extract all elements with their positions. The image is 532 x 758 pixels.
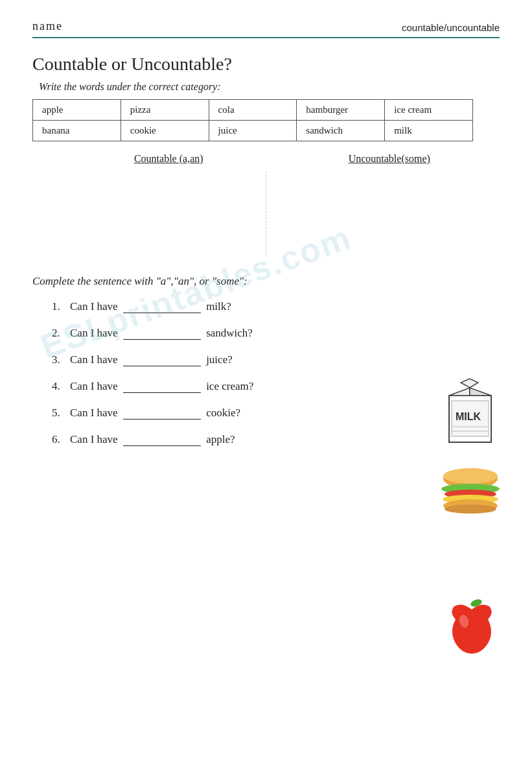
question-5: 5. Can I have cookie? [52,406,500,420]
uncountable-write-area [266,171,500,255]
word-sandwich: sandwich [297,121,385,141]
q2-after: sandwich? [206,327,253,339]
q5-before: Can I have [70,407,118,419]
q1-after: milk? [206,300,231,313]
header: name countable/uncountable [32,19,500,38]
q3-after: juice? [206,353,233,366]
header-topic-label: countable/uncountable [402,22,500,33]
question-6: 6. Can I have apple? [52,432,500,446]
q4-number: 4. [52,380,70,393]
q6-after: apple? [206,433,235,445]
question-3: 3. Can I have juice? [52,353,500,366]
table-row-2: banana cookie juice sandwich milk [33,121,473,141]
page-title: Countable or Uncountable? [32,54,500,75]
q3-before: Can I have [70,353,118,366]
category-write-area [32,171,500,255]
q3-blank[interactable] [123,353,201,366]
sandwich-icon [438,467,503,522]
q1-blank[interactable] [123,300,201,313]
table-row-1: apple pizza cola hamburger ice cream [33,100,473,121]
q6-number: 6. [52,433,70,446]
word-cookie: cookie [121,121,209,141]
questions-list: 1. Can I have milk? 2. Can I have sandwi… [52,300,500,446]
word-apple: apple [33,100,121,121]
q6-blank[interactable] [123,432,201,446]
svg-marker-2 [470,388,491,396]
category-countable-label: Countable (a,an) [32,153,279,165]
apple-icon [443,597,501,661]
svg-marker-3 [461,379,478,388]
instruction-2: Complete the sentence with "a","an", or … [32,275,500,288]
q6-text: Can I have apple? [70,432,235,446]
q3-text: Can I have juice? [70,353,233,366]
word-banana: banana [33,121,121,141]
question-4: 4. Can I have ice cream? [52,379,500,393]
q4-after: ice cream? [206,380,253,392]
instruction-1: Write the words under the correct catego… [39,81,500,93]
categories-header: Countable (a,an) Uncountable(some) [32,153,500,165]
q1-before: Can I have [70,300,118,313]
word-table: apple pizza cola hamburger ice cream ban… [32,99,473,141]
q1-text: Can I have milk? [70,300,231,313]
svg-text:MILK: MILK [456,411,481,422]
countable-write-area [32,171,266,255]
header-name-label: name [32,19,63,33]
q5-after: cookie? [206,407,240,419]
q2-number: 2. [52,327,70,340]
question-2: 2. Can I have sandwich? [52,326,500,340]
word-juice: juice [209,121,297,141]
word-hamburger: hamburger [297,100,385,121]
q2-before: Can I have [70,327,118,339]
word-milk: milk [385,121,473,141]
q5-text: Can I have cookie? [70,406,240,420]
q5-blank[interactable] [123,406,201,420]
milk-carton-icon: MILK [443,376,501,447]
q4-blank[interactable] [123,379,201,393]
svg-marker-1 [449,388,470,396]
question-1: 1. Can I have milk? [52,300,500,313]
q3-number: 3. [52,353,70,366]
word-icecream: ice cream [385,100,473,121]
q4-before: Can I have [70,380,118,392]
q2-text: Can I have sandwich? [70,326,253,340]
q5-number: 5. [52,407,70,420]
q2-blank[interactable] [123,326,201,340]
word-cola: cola [209,100,297,121]
svg-point-9 [443,468,498,484]
q6-before: Can I have [70,433,118,445]
q4-text: Can I have ice cream? [70,379,253,393]
svg-point-14 [445,504,496,514]
word-pizza: pizza [121,100,209,121]
q1-number: 1. [52,300,70,313]
category-uncountable-label: Uncountable(some) [279,153,500,165]
